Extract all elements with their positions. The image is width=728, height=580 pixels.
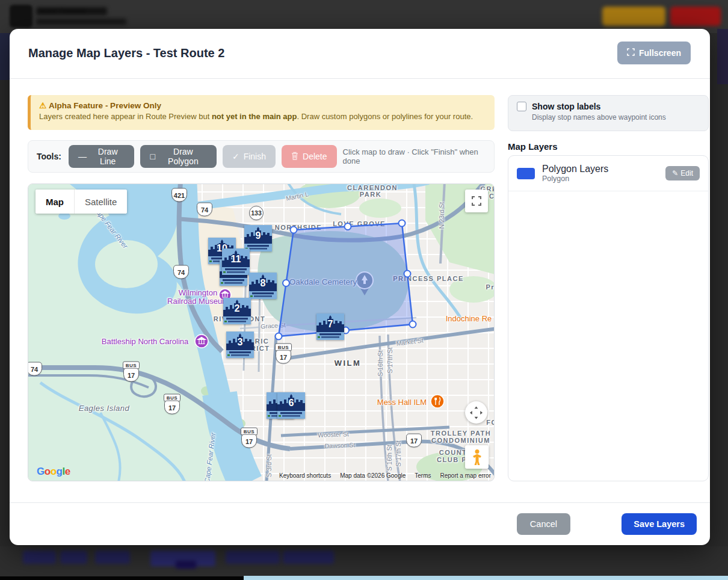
- alpha-feature-banner: ⚠Alpha Feature - Preview Only Layers cre…: [28, 95, 495, 130]
- trash-icon: [291, 152, 298, 162]
- waypoint-marker-11[interactable]: 11: [222, 248, 250, 275]
- backdrop-chip: [283, 551, 334, 564]
- delete-button[interactable]: Delete: [282, 145, 336, 168]
- backdrop-navy-right: [717, 29, 728, 84]
- route-shield-17: 17: [123, 368, 139, 382]
- route-shield-74: 74: [173, 265, 189, 279]
- backdrop-chip: [60, 551, 87, 564]
- backdrop-user-subtitle: [36, 19, 126, 25]
- attribution-link[interactable]: Terms: [415, 472, 431, 479]
- show-stop-labels-checkbox[interactable]: [517, 102, 526, 111]
- route-shield-17: 17: [406, 434, 422, 448]
- layer-color-swatch: [517, 168, 535, 179]
- route-shield-17: 17: [276, 350, 291, 364]
- draw-polygon-button[interactable]: □ Draw Polygon: [140, 145, 217, 168]
- fullscreen-button[interactable]: Fullscreen: [617, 42, 691, 64]
- backdrop-orange-button: [602, 7, 665, 26]
- waypoint-marker-8[interactable]: 8: [249, 273, 277, 299]
- save-layers-button[interactable]: Save Layers: [622, 513, 697, 535]
- footer-divider: [10, 502, 710, 503]
- fullscreen-label: Fullscreen: [639, 48, 681, 58]
- route-shield-421: 421: [171, 188, 187, 202]
- line-icon: —: [78, 152, 87, 161]
- layer-type: Polygon: [542, 174, 608, 183]
- map-canvas[interactable]: 421741337474BUS17BUS17BUS17BUS1717Martin…: [28, 184, 495, 481]
- layer-row[interactable]: Polygon Layers Polygon ✎ Edit: [508, 156, 708, 191]
- show-stop-labels-label[interactable]: Show stop labels: [532, 102, 600, 111]
- route-shield-74: 74: [197, 203, 212, 217]
- restaurant-icon: [431, 395, 444, 408]
- banner-title: ⚠Alpha Feature - Preview Only: [39, 100, 486, 110]
- finish-button[interactable]: ✓ Finish: [223, 145, 276, 168]
- pegman-street-view-control[interactable]: [465, 445, 489, 469]
- pan-control[interactable]: [465, 401, 487, 424]
- map-layers-heading: Map Layers: [508, 141, 558, 152]
- layer-name: Polygon Layers: [542, 164, 608, 174]
- map-tab[interactable]: Map: [35, 190, 74, 214]
- backdrop-chip: [95, 551, 130, 564]
- backdrop-strip-blue: [244, 576, 728, 580]
- check-icon: ✓: [232, 152, 239, 161]
- backdrop-chip: [226, 551, 280, 564]
- route-shield-74: 74: [28, 362, 42, 376]
- header-divider: [10, 78, 710, 79]
- tools-label: Tools:: [37, 152, 61, 161]
- dialog-title: Manage Map Layers - Test Route 2: [28, 46, 224, 60]
- avatar: [10, 5, 32, 28]
- cancel-button[interactable]: Cancel: [517, 513, 570, 535]
- waypoint-marker-2[interactable]: 2: [223, 298, 251, 324]
- fullscreen-icon: [627, 48, 635, 58]
- map-layers-panel: Polygon Layers Polygon ✎ Edit: [508, 155, 709, 481]
- pencil-icon: ✎: [672, 169, 678, 177]
- draw-line-button[interactable]: — Draw Line: [69, 145, 134, 168]
- route-shield-17: 17: [241, 434, 257, 448]
- backdrop-strip-black: [0, 576, 244, 580]
- map-type-control: Map Satellite: [35, 190, 127, 214]
- drawing-toolbar: Tools: — Draw Line □ Draw Polygon ✓ Fini…: [28, 140, 495, 173]
- attribution-link[interactable]: Map data ©2026 Google: [340, 472, 406, 479]
- waypoint-marker-9[interactable]: 9: [244, 225, 272, 251]
- warning-icon: ⚠: [39, 101, 46, 110]
- google-logo: Google: [37, 466, 70, 478]
- waypoint-marker-7[interactable]: 7: [316, 313, 344, 340]
- backdrop-red-button: [670, 7, 721, 26]
- drawing-hint: Click map to draw · Click "Finish" when …: [343, 147, 486, 165]
- attribution-link[interactable]: Keyboard shortcuts: [279, 472, 331, 479]
- map-attribution: Keyboard shortcutsMap data ©2026 GoogleT…: [279, 472, 491, 479]
- banner-body: Layers created here appear in Route Prev…: [39, 112, 486, 121]
- battleship-museum-icon: [195, 335, 208, 348]
- waypoint-marker-6[interactable]: 6: [277, 392, 305, 419]
- polygon-icon: □: [150, 152, 155, 161]
- show-stop-labels-card: Show stop labels Display stop names abov…: [508, 95, 709, 131]
- route-shield-133: 133: [249, 206, 264, 220]
- waypoint-marker-3[interactable]: 3: [226, 332, 254, 358]
- satellite-tab[interactable]: Satellite: [74, 190, 127, 214]
- route-shield-17: 17: [164, 401, 180, 415]
- backdrop-user-name: Scott Thomas: [36, 7, 107, 15]
- manage-map-layers-dialog: Manage Map Layers - Test Route 2 Fullscr…: [10, 29, 710, 545]
- backdrop-chip: [23, 551, 56, 564]
- edit-layer-button[interactable]: ✎ Edit: [665, 166, 700, 180]
- backdrop-chip: [176, 561, 196, 569]
- map-fullscreen-control[interactable]: [465, 190, 488, 212]
- show-stop-labels-sub: Display stop names above waypoint icons: [532, 113, 700, 122]
- attribution-link[interactable]: Report a map error: [440, 472, 491, 479]
